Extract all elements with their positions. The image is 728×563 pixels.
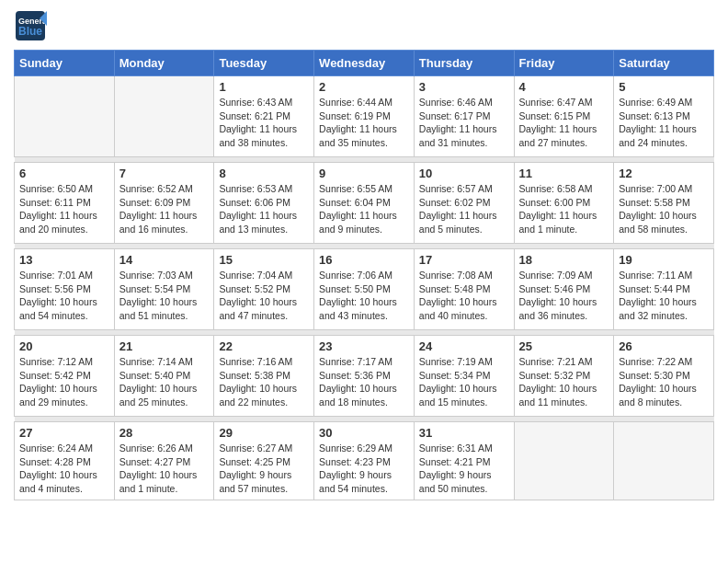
- calendar-cell: 30Sunrise: 6:29 AM Sunset: 4:23 PM Dayli…: [314, 422, 415, 500]
- calendar-cell: 5Sunrise: 6:49 AM Sunset: 6:13 PM Daylig…: [614, 76, 714, 157]
- calendar-cell: 1Sunrise: 6:43 AM Sunset: 6:21 PM Daylig…: [214, 76, 314, 157]
- cell-info: Sunrise: 7:22 AM Sunset: 5:30 PM Dayligh…: [619, 355, 709, 409]
- svg-text:Blue: Blue: [18, 25, 42, 38]
- calendar-cell: 19Sunrise: 7:11 AM Sunset: 5:44 PM Dayli…: [614, 249, 714, 330]
- cell-date: 23: [319, 339, 409, 353]
- cell-info: Sunrise: 7:08 AM Sunset: 5:48 PM Dayligh…: [419, 269, 509, 323]
- cell-date: 30: [319, 426, 409, 440]
- cell-date: 3: [419, 80, 509, 94]
- day-header-thursday: Thursday: [414, 51, 514, 76]
- cell-info: Sunrise: 6:58 AM Sunset: 6:00 PM Dayligh…: [519, 182, 609, 236]
- cell-date: 11: [519, 167, 609, 180]
- cell-date: 22: [219, 339, 309, 353]
- calendar-cell: 28Sunrise: 6:26 AM Sunset: 4:27 PM Dayli…: [114, 422, 214, 500]
- cell-info: Sunrise: 6:26 AM Sunset: 4:27 PM Dayligh…: [119, 442, 210, 496]
- cell-date: 26: [619, 339, 709, 353]
- cell-info: Sunrise: 6:47 AM Sunset: 6:15 PM Dayligh…: [519, 96, 609, 150]
- calendar-cell: 26Sunrise: 7:22 AM Sunset: 5:30 PM Dayli…: [614, 336, 714, 417]
- cell-date: 16: [319, 253, 409, 267]
- cell-date: 4: [519, 80, 609, 94]
- cell-date: 1: [219, 80, 309, 94]
- cell-info: Sunrise: 6:53 AM Sunset: 6:06 PM Dayligh…: [219, 182, 309, 236]
- cell-info: Sunrise: 6:57 AM Sunset: 6:02 PM Dayligh…: [419, 182, 509, 236]
- cell-date: 19: [619, 253, 709, 267]
- calendar-cell: 23Sunrise: 7:17 AM Sunset: 5:36 PM Dayli…: [314, 336, 415, 417]
- day-header-saturday: Saturday: [614, 51, 714, 76]
- calendar-cell: 7Sunrise: 6:52 AM Sunset: 6:09 PM Daylig…: [114, 163, 214, 244]
- cell-info: Sunrise: 7:09 AM Sunset: 5:46 PM Dayligh…: [519, 269, 609, 323]
- day-header-sunday: Sunday: [15, 51, 115, 76]
- cell-date: 24: [419, 339, 509, 353]
- cell-date: 12: [619, 167, 709, 180]
- cell-info: Sunrise: 7:21 AM Sunset: 5:32 PM Dayligh…: [519, 355, 609, 409]
- calendar-cell: 20Sunrise: 7:12 AM Sunset: 5:42 PM Dayli…: [15, 336, 115, 417]
- cell-info: Sunrise: 6:50 AM Sunset: 6:11 PM Dayligh…: [19, 182, 109, 236]
- cell-date: 29: [219, 426, 309, 440]
- cell-date: 28: [119, 426, 210, 440]
- cell-info: Sunrise: 6:31 AM Sunset: 4:21 PM Dayligh…: [419, 442, 509, 496]
- calendar-cell: [514, 422, 614, 500]
- cell-date: 10: [419, 167, 509, 180]
- calendar-cell: 27Sunrise: 6:24 AM Sunset: 4:28 PM Dayli…: [15, 422, 115, 500]
- calendar-cell: 24Sunrise: 7:19 AM Sunset: 5:34 PM Dayli…: [414, 336, 514, 417]
- cell-date: 8: [219, 167, 309, 180]
- cell-info: Sunrise: 6:44 AM Sunset: 6:19 PM Dayligh…: [319, 96, 409, 150]
- cell-date: 6: [19, 167, 109, 180]
- cell-date: 31: [419, 426, 509, 440]
- cell-info: Sunrise: 7:04 AM Sunset: 5:52 PM Dayligh…: [219, 269, 309, 323]
- cell-info: Sunrise: 6:49 AM Sunset: 6:13 PM Dayligh…: [619, 96, 709, 150]
- cell-info: Sunrise: 7:12 AM Sunset: 5:42 PM Dayligh…: [19, 355, 109, 409]
- calendar-cell: 16Sunrise: 7:06 AM Sunset: 5:50 PM Dayli…: [314, 249, 415, 330]
- cell-info: Sunrise: 7:06 AM Sunset: 5:50 PM Dayligh…: [319, 269, 409, 323]
- cell-date: 21: [119, 339, 210, 353]
- cell-info: Sunrise: 7:01 AM Sunset: 5:56 PM Dayligh…: [19, 269, 109, 323]
- calendar-cell: 31Sunrise: 6:31 AM Sunset: 4:21 PM Dayli…: [414, 422, 514, 500]
- cell-date: 20: [19, 339, 109, 353]
- cell-date: 15: [219, 253, 309, 267]
- cell-info: Sunrise: 7:19 AM Sunset: 5:34 PM Dayligh…: [419, 355, 509, 409]
- cell-date: 17: [419, 253, 509, 267]
- cell-info: Sunrise: 7:11 AM Sunset: 5:44 PM Dayligh…: [619, 269, 709, 323]
- cell-info: Sunrise: 7:14 AM Sunset: 5:40 PM Dayligh…: [119, 355, 210, 409]
- calendar-cell: 21Sunrise: 7:14 AM Sunset: 5:40 PM Dayli…: [114, 336, 214, 417]
- calendar-table: SundayMondayTuesdayWednesdayThursdayFrid…: [14, 50, 714, 500]
- calendar-cell: 10Sunrise: 6:57 AM Sunset: 6:02 PM Dayli…: [414, 163, 514, 244]
- cell-info: Sunrise: 6:43 AM Sunset: 6:21 PM Dayligh…: [219, 96, 309, 150]
- calendar-cell: 4Sunrise: 6:47 AM Sunset: 6:15 PM Daylig…: [514, 76, 614, 157]
- cell-date: 5: [619, 80, 709, 94]
- cell-info: Sunrise: 6:55 AM Sunset: 6:04 PM Dayligh…: [319, 182, 409, 236]
- cell-date: 27: [19, 426, 109, 440]
- calendar-cell: 17Sunrise: 7:08 AM Sunset: 5:48 PM Dayli…: [414, 249, 514, 330]
- cell-date: 7: [119, 167, 210, 180]
- calendar-cell: 8Sunrise: 6:53 AM Sunset: 6:06 PM Daylig…: [214, 163, 314, 244]
- calendar-cell: 12Sunrise: 7:00 AM Sunset: 5:58 PM Dayli…: [614, 163, 714, 244]
- calendar-cell: 13Sunrise: 7:01 AM Sunset: 5:56 PM Dayli…: [15, 249, 115, 330]
- cell-info: Sunrise: 7:16 AM Sunset: 5:38 PM Dayligh…: [219, 355, 309, 409]
- cell-date: 9: [319, 167, 409, 180]
- cell-info: Sunrise: 6:46 AM Sunset: 6:17 PM Dayligh…: [419, 96, 509, 150]
- calendar-cell: 3Sunrise: 6:46 AM Sunset: 6:17 PM Daylig…: [414, 76, 514, 157]
- cell-date: 13: [19, 253, 109, 267]
- cell-date: 14: [119, 253, 210, 267]
- cell-info: Sunrise: 7:00 AM Sunset: 5:58 PM Dayligh…: [619, 182, 709, 236]
- calendar-cell: 9Sunrise: 6:55 AM Sunset: 6:04 PM Daylig…: [314, 163, 415, 244]
- calendar-cell: 2Sunrise: 6:44 AM Sunset: 6:19 PM Daylig…: [314, 76, 415, 157]
- calendar-cell: 15Sunrise: 7:04 AM Sunset: 5:52 PM Dayli…: [214, 249, 314, 330]
- calendar-cell: 25Sunrise: 7:21 AM Sunset: 5:32 PM Dayli…: [514, 336, 614, 417]
- day-header-friday: Friday: [514, 51, 614, 76]
- page-header: General Blue: [14, 9, 714, 42]
- cell-info: Sunrise: 6:52 AM Sunset: 6:09 PM Dayligh…: [119, 182, 210, 236]
- calendar-cell: 14Sunrise: 7:03 AM Sunset: 5:54 PM Dayli…: [114, 249, 214, 330]
- logo-icon: General Blue: [14, 9, 47, 42]
- cell-info: Sunrise: 7:03 AM Sunset: 5:54 PM Dayligh…: [119, 269, 210, 323]
- logo: General Blue: [14, 9, 47, 42]
- day-header-monday: Monday: [114, 51, 214, 76]
- calendar-cell: 6Sunrise: 6:50 AM Sunset: 6:11 PM Daylig…: [15, 163, 115, 244]
- calendar-cell: 29Sunrise: 6:27 AM Sunset: 4:25 PM Dayli…: [214, 422, 314, 500]
- cell-date: 18: [519, 253, 609, 267]
- calendar-cell: [15, 76, 115, 157]
- calendar-cell: 22Sunrise: 7:16 AM Sunset: 5:38 PM Dayli…: [214, 336, 314, 417]
- cell-info: Sunrise: 6:27 AM Sunset: 4:25 PM Dayligh…: [219, 442, 309, 496]
- day-header-tuesday: Tuesday: [214, 51, 314, 76]
- calendar-cell: 11Sunrise: 6:58 AM Sunset: 6:00 PM Dayli…: [514, 163, 614, 244]
